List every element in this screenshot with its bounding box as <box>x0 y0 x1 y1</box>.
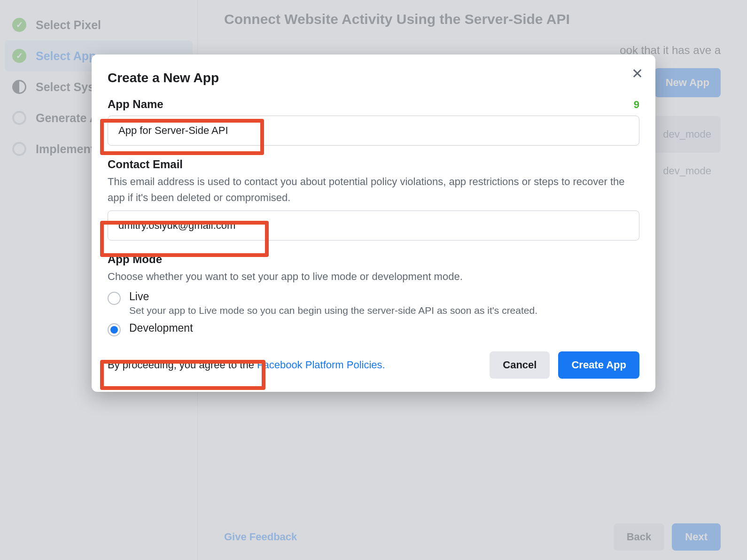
radio-icon <box>108 323 121 336</box>
app-mode-field: App Mode Choose whether you want to set … <box>108 253 639 336</box>
contact-email-help: This email address is used to contact yo… <box>108 174 639 206</box>
modal-footer: By proceeding, you agree to the Facebook… <box>108 351 639 379</box>
app-name-count: 9 <box>634 99 639 111</box>
app-name-field: App Name 9 <box>108 98 639 146</box>
contact-email-input[interactable] <box>108 210 639 241</box>
cancel-button[interactable]: Cancel <box>490 351 550 379</box>
mode-development-option[interactable]: Development <box>108 322 639 336</box>
app-mode-help: Choose whether you want to set your app … <box>108 269 639 285</box>
app-name-input[interactable] <box>108 116 639 146</box>
radio-icon <box>108 292 121 305</box>
policy-text: By proceeding, you agree to the Facebook… <box>108 359 385 371</box>
app-name-label: App Name <box>108 98 163 111</box>
mode-live-option[interactable]: Live Set your app to Live mode so you ca… <box>108 290 639 316</box>
contact-email-field: Contact Email This email address is used… <box>108 158 639 241</box>
create-app-button[interactable]: Create App <box>558 351 639 379</box>
mode-live-sub: Set your app to Live mode so you can beg… <box>129 305 639 316</box>
contact-email-label: Contact Email <box>108 158 639 171</box>
app-mode-label: App Mode <box>108 253 639 266</box>
mode-live-label: Live <box>129 290 639 303</box>
policy-link[interactable]: Facebook Platform Policies. <box>257 359 385 371</box>
modal-overlay: Create a New App ✕ App Name 9 Contact Em… <box>0 0 747 560</box>
modal-title: Create a New App <box>108 70 639 86</box>
close-icon[interactable]: ✕ <box>631 67 643 81</box>
create-app-modal: Create a New App ✕ App Name 9 Contact Em… <box>92 54 655 392</box>
mode-dev-label: Development <box>129 322 639 334</box>
policy-prefix: By proceeding, you agree to the <box>108 359 257 371</box>
